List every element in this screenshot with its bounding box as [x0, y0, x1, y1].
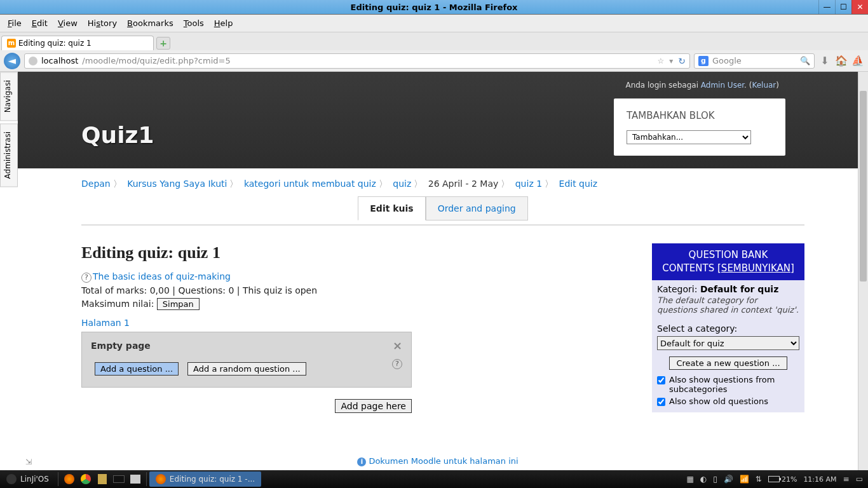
- qbank-title-line1: QUESTION BANK: [689, 249, 768, 261]
- crumb-kategori[interactable]: kategori untuk membuat quiz: [244, 179, 376, 189]
- question-bank-column: QUESTION BANK CONTENTS [SEMBUNYIKAN] Kat…: [652, 243, 804, 413]
- close-icon[interactable]: ×: [393, 339, 402, 352]
- tray-notification-icon[interactable]: ◐: [700, 475, 707, 484]
- tray-battery[interactable]: 21%: [768, 475, 797, 484]
- tray-app-icon[interactable]: ▦: [686, 475, 693, 484]
- hide-link[interactable]: SEMBUNYIKAN: [721, 262, 790, 274]
- checkbox-old-questions-input[interactable]: [657, 398, 665, 406]
- start-menu-button[interactable]: LinJi'OS: [0, 474, 55, 484]
- select-category-label: Select a category:: [657, 323, 799, 334]
- close-button[interactable]: ✕: [851, 0, 868, 14]
- tab-strip: m Editing quiz: quiz 1 +: [0, 32, 868, 50]
- qbank-category-name: Default for quiz: [700, 284, 778, 294]
- taskbar: LinJi'OS Editing quiz: quiz 1 -... ▦ ◐ ▯…: [0, 470, 868, 488]
- help-icon[interactable]: ?: [392, 358, 403, 369]
- add-question-button[interactable]: Add a question ...: [95, 362, 179, 376]
- search-icon[interactable]: 🔍: [800, 56, 810, 65]
- breadcrumb: Depan〉 Kursus Yang Saya Ikuti〉 kategori …: [18, 168, 868, 196]
- battery-icon: [768, 476, 780, 482]
- tray-user-icon[interactable]: ▯: [713, 475, 717, 484]
- downloads-icon[interactable]: ⬇: [818, 55, 831, 67]
- reload-icon[interactable]: ↻: [678, 56, 686, 66]
- bookmark-star-icon[interactable]: ☆: [657, 57, 664, 65]
- crumb-quiz1[interactable]: quiz 1: [515, 179, 542, 189]
- tray-clock[interactable]: 11:16 AM: [803, 475, 836, 484]
- category-select[interactable]: Default for quiz: [657, 336, 799, 350]
- taskbar-shield-icon[interactable]: [94, 471, 111, 487]
- dropdown-icon[interactable]: ▾: [669, 57, 673, 65]
- crumb-quiz[interactable]: quiz: [393, 179, 411, 189]
- tray-showdesktop-icon[interactable]: ▭: [856, 475, 863, 484]
- menu-view[interactable]: View: [54, 17, 81, 29]
- crumb-edit-quiz[interactable]: Edit quiz: [559, 179, 598, 189]
- max-grade-row: Maksimum nilai: Simpan: [81, 298, 412, 310]
- user-link[interactable]: Admin User: [701, 81, 744, 90]
- checkbox-old-questions[interactable]: Also show old questions: [657, 396, 799, 406]
- editing-heading: Editing quiz: quiz 1: [81, 243, 412, 262]
- quiz-info-line: Total of marks: 0,00 | Questions: 0 | Th…: [81, 285, 412, 295]
- page-title: Quiz1: [81, 122, 154, 148]
- taskbar-chrome-icon[interactable]: [78, 471, 94, 487]
- logout-link[interactable]: Keluar: [752, 81, 776, 90]
- empty-page-box: Empty page × Add a question ... Add a ra…: [81, 332, 412, 388]
- add-block-panel: TAMBAHKAN BLOK Tambahkan...: [614, 98, 785, 156]
- tray-wifi-icon[interactable]: 📶: [740, 475, 749, 484]
- page-header: Anda login sebagai Admin User. (Keluar) …: [18, 72, 868, 168]
- tray-network-icon[interactable]: ⇅: [756, 475, 762, 484]
- login-info: Anda login sebagai Admin User. (Keluar): [625, 81, 779, 90]
- menu-bookmarks[interactable]: Bookmarks: [123, 17, 177, 29]
- add-page-here-button[interactable]: Add page here: [335, 399, 412, 413]
- help-link[interactable]: The basic ideas of quiz-making: [93, 271, 231, 281]
- addon-icon[interactable]: ⛵: [851, 55, 864, 67]
- browser-tab-active[interactable]: m Editing quiz: quiz 1: [1, 36, 154, 50]
- login-prefix: Anda login sebagai: [625, 81, 700, 90]
- firefox-icon: [156, 474, 166, 484]
- help-icon[interactable]: ?: [81, 273, 92, 283]
- tab-title: Editing quiz: quiz 1: [18, 39, 92, 48]
- crumb-depan[interactable]: Depan: [81, 179, 111, 189]
- simpan-button[interactable]: Simpan: [157, 298, 200, 310]
- tray-volume-icon[interactable]: 🔊: [724, 475, 733, 484]
- doc-footer: iDokumen Moodle untuk halaman ini: [18, 456, 858, 466]
- tray-menu-icon[interactable]: ≡: [843, 475, 850, 484]
- crumb-kursus[interactable]: Kursus Yang Saya Ikuti: [127, 179, 227, 189]
- taskbar-terminal-icon[interactable]: [111, 471, 127, 487]
- back-button[interactable]: ◄: [4, 53, 20, 69]
- scrollbar-thumb[interactable]: [860, 91, 867, 281]
- search-box[interactable]: g Google 🔍: [694, 53, 815, 69]
- taskbar-active-window[interactable]: Editing quiz: quiz 1 -...: [149, 471, 261, 487]
- moodle-docs-link[interactable]: Dokumen Moodle untuk halaman ini: [369, 456, 518, 466]
- qbank-category-desc: The default category for questions share…: [657, 295, 799, 315]
- add-block-select[interactable]: Tambahkan...: [627, 130, 751, 144]
- vertical-scrollbar[interactable]: [858, 72, 868, 470]
- window-title: Editing quiz: quiz 1 - Mozilla Firefox: [351, 3, 518, 12]
- create-question-button[interactable]: Create a new question ...: [669, 356, 787, 370]
- url-input[interactable]: localhost/moodle/mod/quiz/edit.php?cmid=…: [24, 53, 690, 69]
- checkbox-subcategories-input[interactable]: [657, 376, 665, 384]
- browser-menubar: File Edit View History Bookmarks Tools H…: [0, 15, 868, 32]
- linux-icon: [6, 474, 17, 484]
- maximize-button[interactable]: ☐: [835, 0, 851, 14]
- page-viewport: Navigasi Administrasi Anda login sebagai…: [0, 72, 868, 470]
- minimize-button[interactable]: —: [818, 0, 835, 14]
- add-random-question-button[interactable]: Add a random question ...: [187, 362, 306, 376]
- max-grade-label: Maksimum nilai:: [81, 299, 157, 309]
- tab-edit-kuis[interactable]: Edit kuis: [358, 196, 425, 220]
- info-icon: i: [357, 458, 366, 466]
- checkbox-subcategories[interactable]: Also show questions from subcategories: [657, 375, 799, 394]
- dock-navigasi[interactable]: Navigasi: [0, 72, 18, 121]
- globe-icon: [29, 57, 37, 65]
- tabs-row: Edit kuis Order and paging: [81, 196, 804, 220]
- menu-history[interactable]: History: [84, 17, 121, 29]
- page-1-label[interactable]: Halaman 1: [81, 318, 412, 328]
- home-icon[interactable]: 🏠: [835, 55, 848, 67]
- new-tab-button[interactable]: +: [156, 37, 170, 50]
- taskbar-files-icon[interactable]: [127, 471, 144, 487]
- menu-help[interactable]: Help: [210, 17, 237, 29]
- tab-order-paging[interactable]: Order and paging: [426, 196, 528, 220]
- menu-edit[interactable]: Edit: [28, 17, 51, 29]
- dock-administrasi[interactable]: Administrasi: [0, 123, 18, 187]
- menu-file[interactable]: File: [4, 17, 25, 29]
- taskbar-firefox-icon[interactable]: [61, 471, 78, 487]
- menu-tools[interactable]: Tools: [180, 17, 208, 29]
